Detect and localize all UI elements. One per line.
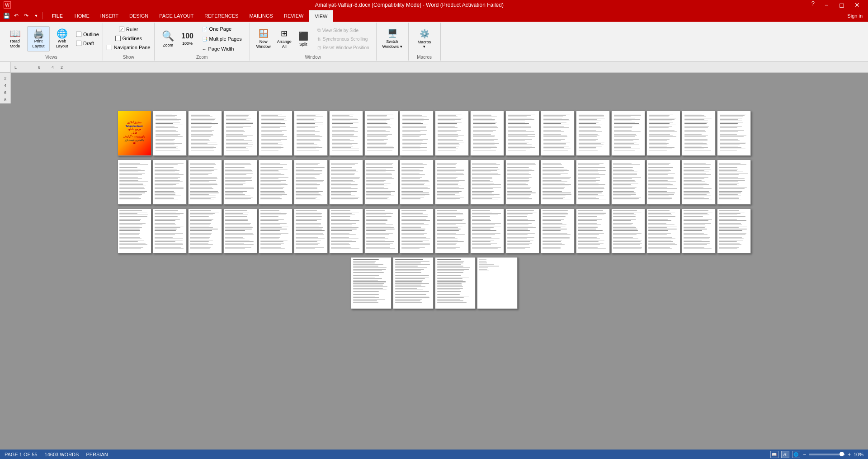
page-39[interactable] [188,208,222,253]
page-52[interactable] [646,208,680,253]
page-1[interactable]: تحقیق آنلاینTahqiqhonline.irمرجع دانلودف… [118,111,151,156]
page-49[interactable] [541,208,575,253]
page-53[interactable] [682,208,716,253]
page-28[interactable] [435,159,469,205]
page-53b[interactable] [393,257,434,309]
page-32[interactable] [576,159,610,205]
customize-qat-button[interactable]: ▼ [32,11,41,20]
page-48[interactable] [505,208,539,253]
tab-home[interactable]: HOME [69,10,95,22]
page-50[interactable] [576,208,610,253]
zoom-button[interactable]: 🔍 Zoom [158,26,178,52]
document-canvas[interactable]: تحقیق آنلاینTahqiqhonline.irمرجع دانلودف… [0,103,868,450]
page-15[interactable] [611,111,645,156]
page-44[interactable] [364,208,398,253]
help-button[interactable]: ? [808,0,818,10]
page-11[interactable] [470,111,504,156]
page-5[interactable] [259,111,292,156]
close-button[interactable]: ✕ [850,0,864,10]
macros-button[interactable]: ⚙️ Macros▾ [412,26,437,52]
page-45[interactable] [400,208,434,253]
page-4[interactable] [223,111,257,156]
page-30[interactable] [505,159,539,205]
page-55[interactable] [477,257,518,309]
page-16[interactable] [646,111,680,156]
page-31[interactable] [541,159,575,205]
one-page-button[interactable]: 📄 One Page [198,24,246,33]
page-25[interactable] [329,159,363,205]
switch-windows-button[interactable]: 🖥️ SwitchWindows ▾ [380,26,405,52]
sync-scroll-button[interactable]: ⇅ Synchronous Scrolling [314,35,373,43]
reset-window-button[interactable]: ⊡ Reset Window Position [314,43,373,52]
page-54b[interactable] [435,257,476,309]
page-41[interactable] [259,208,292,253]
page-6[interactable] [294,111,328,156]
page-2[interactable] [153,111,187,156]
save-qat-button[interactable]: 💾 [2,11,11,20]
page-19[interactable] [118,159,151,205]
page-29[interactable] [470,159,504,205]
print-layout-button[interactable]: 🖨️ PrintLayout [27,26,50,52]
page-24[interactable] [294,159,328,205]
page-51[interactable] [611,208,645,253]
navigation-pane-checkbox[interactable]: Navigation Pane [107,43,151,52]
gridlines-checkbox[interactable]: Gridlines [115,34,142,42]
view-side-by-side-button[interactable]: ⧉ View Side by Side [314,26,373,34]
tab-view[interactable]: VIEW [309,10,333,22]
tab-design[interactable]: DESIGN [124,10,154,22]
tab-mailings[interactable]: MAILINGS [244,10,278,22]
page-20[interactable] [153,159,187,205]
tab-page-layout[interactable]: PAGE LAYOUT [154,10,199,22]
minimize-button[interactable]: − [819,0,834,10]
page-3[interactable] [188,111,222,156]
page-8[interactable] [364,111,398,156]
read-mode-view-btn[interactable]: 📖 [770,451,778,458]
page-47[interactable] [470,208,504,253]
page-46[interactable] [435,208,469,253]
zoom-slider[interactable] [809,454,845,455]
page-7[interactable] [329,111,363,156]
zoom-100-button[interactable]: 100 100% [179,26,196,52]
page-17[interactable] [682,111,716,156]
zoom-in-btn[interactable]: + [848,451,851,458]
arrange-all-button[interactable]: ⊞ ArrangeAll [274,26,294,52]
page-10[interactable] [435,111,469,156]
undo-qat-button[interactable]: ↶ [12,11,21,20]
page-40[interactable] [223,208,257,253]
page-34[interactable] [646,159,680,205]
tab-insert[interactable]: INSERT [95,10,124,22]
restore-button[interactable]: ◻ [835,0,849,10]
page-21[interactable] [188,159,222,205]
page-18[interactable] [717,111,751,156]
web-layout-view-btn[interactable]: 🌐 [792,451,800,458]
page-27[interactable] [400,159,434,205]
tab-review[interactable]: REVIEW [278,10,309,22]
print-layout-view-btn[interactable]: 🖨 [781,451,789,458]
page-43[interactable] [329,208,363,253]
page-26[interactable] [364,159,398,205]
redo-qat-button[interactable]: ↷ [22,11,31,20]
split-button[interactable]: ⬛ Split [295,26,311,52]
page-width-button[interactable]: ↔️ Page Width [198,44,246,53]
page-35[interactable] [682,159,716,205]
page-52b[interactable] [351,257,392,309]
page-22[interactable] [223,159,257,205]
page-37[interactable] [118,208,151,253]
new-window-button[interactable]: 🪟 NewWindow [254,26,274,52]
draft-checkbox[interactable]: Draft [76,39,99,47]
multiple-pages-button[interactable]: 📑 Multiple Pages [198,34,246,43]
page-12[interactable] [505,111,539,156]
page-42[interactable] [294,208,328,253]
page-54[interactable] [717,208,751,253]
sign-in-button[interactable]: Sign in [842,13,868,19]
page-23[interactable] [259,159,292,205]
ruler-checkbox[interactable]: ✓ Ruler [119,25,138,33]
outline-checkbox[interactable]: Outline [76,30,99,38]
page-13[interactable] [541,111,575,156]
page-9[interactable] [400,111,434,156]
page-38[interactable] [153,208,187,253]
web-layout-button[interactable]: 🌐 WebLayout [51,26,73,52]
page-36[interactable] [717,159,751,205]
page-33[interactable] [611,159,645,205]
page-14[interactable] [576,111,610,156]
